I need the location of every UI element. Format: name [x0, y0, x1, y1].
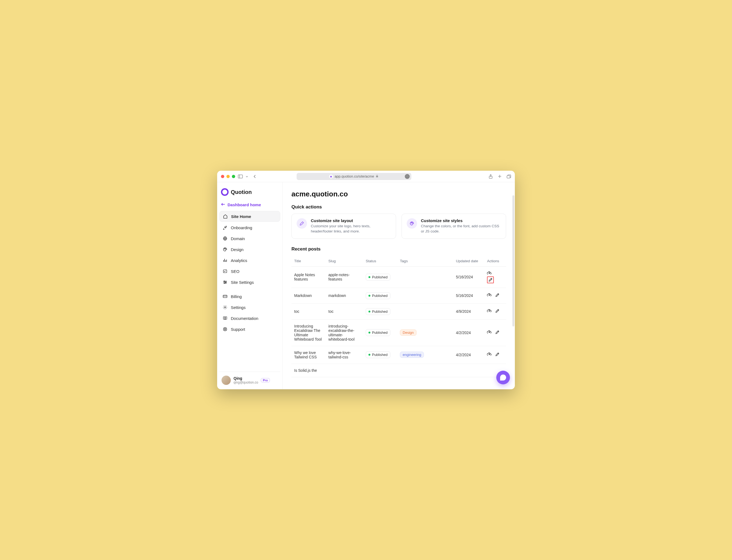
cell-title: Introducing Excalidraw The Ultimate Whit… — [291, 319, 326, 346]
download-action[interactable] — [487, 309, 492, 313]
logo-mark-icon — [221, 188, 229, 196]
nav-label: Onboarding — [231, 225, 252, 230]
cell-slug: introducing-excalidraw-the-ultimate-whit… — [326, 319, 363, 346]
cell-updated: 5/16/2024 — [453, 266, 484, 288]
tabs-icon[interactable] — [507, 175, 511, 178]
cell-slug — [326, 364, 363, 377]
cell-slug: why-we-love-tailwind-css — [326, 346, 363, 364]
table-row: Markdown markdown Published 5/16/2024 — [291, 288, 506, 303]
new-tab-icon[interactable] — [498, 174, 502, 178]
nav-label: Design — [231, 247, 244, 252]
back-button[interactable] — [253, 175, 256, 178]
user-name: Qing — [234, 376, 258, 381]
nav-item-documentation[interactable]: Documentation — [219, 313, 280, 323]
svg-point-7 — [225, 248, 225, 249]
cell-tags — [397, 288, 453, 303]
table-row: toc toc Published 4/9/2024 — [291, 303, 506, 319]
nav-label: Analytics — [231, 258, 247, 263]
nav-item-site-settings[interactable]: Site Settings — [219, 277, 280, 287]
svg-point-11 — [225, 282, 226, 283]
scrollbar[interactable] — [512, 195, 514, 326]
edit-action[interactable] — [495, 330, 500, 335]
th-updated: Updated date — [453, 256, 484, 267]
sliders-icon — [223, 280, 228, 285]
quick-actions-heading: Quick actions — [291, 204, 506, 210]
nav-item-onboarding[interactable]: Onboarding — [219, 222, 280, 233]
nav-item-domain[interactable]: Domain — [219, 233, 280, 244]
window-controls — [221, 175, 235, 178]
card-description: Change the colors, or the font, add cust… — [421, 224, 501, 234]
download-action[interactable] — [487, 293, 492, 297]
cell-tags: Design — [397, 319, 453, 346]
nav-item-support[interactable]: Support — [219, 324, 280, 334]
svg-rect-4 — [507, 176, 510, 178]
cell-actions — [484, 346, 506, 364]
avatar — [222, 376, 231, 385]
arrow-left-icon — [221, 202, 225, 207]
svg-point-12 — [225, 283, 225, 284]
cell-status: Published — [363, 346, 397, 364]
nav-item-seo[interactable]: SEO — [219, 266, 280, 276]
cell-tags — [397, 364, 453, 377]
edit-action[interactable] — [487, 276, 494, 283]
nav-item-site-home[interactable]: Site Home — [219, 211, 280, 222]
maximize-window-button[interactable] — [232, 175, 235, 178]
download-action[interactable] — [487, 352, 492, 357]
th-title: Title — [291, 256, 326, 267]
svg-point-8 — [226, 249, 226, 249]
nav-label: Site Home — [231, 214, 251, 219]
page-title: acme.quotion.co — [291, 190, 506, 198]
edit-action[interactable] — [495, 293, 500, 297]
browser-toolbar: ◉ app.quotion.co/site/acme ⋯ — [217, 171, 515, 182]
user-card[interactable]: Qing qing@quotion.co Pro — [219, 372, 280, 386]
download-action[interactable] — [487, 271, 492, 276]
posts-table: Title Slug Status Tags Updated date Acti… — [291, 256, 506, 377]
address-bar[interactable]: ◉ app.quotion.co/site/acme ⋯ — [297, 173, 411, 180]
nav-label: Support — [231, 327, 245, 332]
cell-slug: markdown — [326, 288, 363, 303]
cell-updated: 4/2/2024 — [453, 346, 484, 364]
nav-item-settings[interactable]: Settings — [219, 302, 280, 313]
cell-title: Markdown — [291, 288, 326, 303]
card-icon — [223, 294, 228, 299]
tag-pill: Design — [400, 329, 416, 336]
download-action[interactable] — [487, 330, 492, 335]
tag-pill: engineering — [400, 352, 424, 358]
recent-posts-heading: Recent posts — [291, 246, 506, 252]
cell-status: Published — [363, 303, 397, 319]
chevron-down-icon[interactable] — [246, 175, 248, 178]
nav-item-analytics[interactable]: Analytics — [219, 255, 280, 266]
cell-updated: 5/16/2024 — [453, 288, 484, 303]
edit-action[interactable] — [495, 352, 500, 357]
svg-rect-0 — [238, 175, 243, 178]
cell-status — [363, 364, 397, 377]
nav-label: Documentation — [231, 316, 258, 321]
chat-widget-button[interactable] — [496, 371, 510, 384]
card-title: Customize site styles — [421, 218, 501, 223]
nav-item-billing[interactable]: Billing — [219, 291, 280, 302]
more-icon[interactable]: ⋯ — [405, 174, 410, 179]
sidebar-toggle-icon[interactable] — [238, 175, 243, 178]
seo-icon — [223, 269, 228, 274]
nav-item-design[interactable]: Design — [219, 244, 280, 255]
table-row: Introducing Excalidraw The Ultimate Whit… — [291, 319, 506, 346]
main-content: acme.quotion.co Quick actions Customize … — [283, 182, 515, 389]
minimize-window-button[interactable] — [226, 175, 230, 178]
dashboard-home-link[interactable]: Dashboard home — [219, 201, 280, 211]
quick-action-card[interactable]: Customize site layout Customize your sit… — [291, 214, 396, 239]
table-row: Why we love Tailwind CSS why-we-love-tai… — [291, 346, 506, 364]
close-window-button[interactable] — [221, 175, 224, 178]
status-badge: Published — [366, 308, 390, 315]
cell-slug: apple-notes-features — [326, 266, 363, 288]
globe-icon — [223, 236, 228, 241]
svg-point-6 — [224, 249, 225, 249]
table-row: Is Solid.js the — [291, 364, 506, 377]
support-icon — [223, 327, 228, 332]
cell-tags — [397, 303, 453, 319]
share-icon[interactable] — [489, 174, 493, 179]
quick-action-card[interactable]: Customize site styles Change the colors,… — [402, 214, 506, 239]
card-title: Customize site layout — [311, 218, 391, 223]
browser-window: ◉ app.quotion.co/site/acme ⋯ Quotion — [217, 171, 515, 389]
brand-logo[interactable]: Quotion — [219, 187, 280, 201]
edit-action[interactable] — [495, 309, 500, 313]
